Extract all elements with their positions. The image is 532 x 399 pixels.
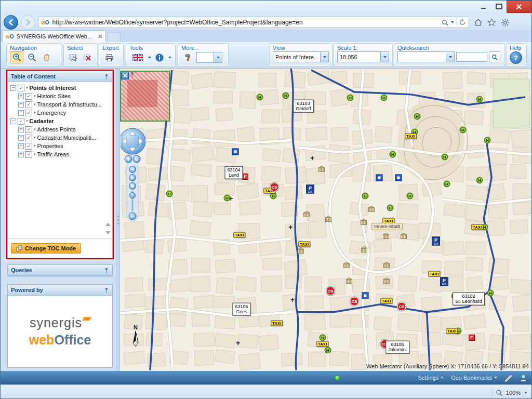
layer-checkbox[interactable]: ✓ [25, 101, 32, 108]
map-marker-museum[interactable] [318, 166, 325, 172]
expand-icon[interactable]: + [18, 152, 24, 157]
map-marker-cs[interactable]: CS [397, 302, 406, 311]
powered-by-header[interactable]: Powered by [8, 285, 112, 296]
expand-icon[interactable]: + [18, 127, 24, 132]
close-button[interactable] [507, 1, 531, 13]
map-marker-museum[interactable] [325, 216, 332, 222]
map-marker-museum[interactable] [383, 262, 390, 268]
search-icon[interactable] [442, 19, 448, 26]
map-marker-museum[interactable] [383, 277, 390, 284]
map-marker-taxi[interactable]: TAXI [316, 341, 328, 347]
map-marker-h[interactable]: H [387, 205, 394, 211]
chevron-down-icon[interactable] [148, 57, 151, 59]
map-marker-h[interactable]: H [283, 92, 289, 99]
layer-menu-icon[interactable]: ▾ [34, 94, 36, 98]
collapse-icon[interactable]: − [10, 85, 16, 91]
layer-menu-icon[interactable]: ▾ [34, 144, 36, 148]
expand-icon[interactable]: + [18, 143, 24, 149]
layer-menu-icon[interactable]: ▾ [34, 136, 36, 140]
change-toc-mode-button[interactable]: Change TOC Mode [11, 243, 81, 254]
overview-extent[interactable] [127, 80, 157, 107]
map-marker-h[interactable]: H [257, 94, 263, 101]
map-marker-museum[interactable] [368, 206, 375, 212]
map-marker-taxi[interactable]: TAXI [446, 328, 458, 334]
pin-icon[interactable] [104, 268, 109, 273]
page-zoom-value[interactable]: 100% [506, 390, 521, 396]
scale-combo[interactable]: 18,056 [337, 51, 389, 62]
map-marker-blue[interactable] [395, 175, 402, 181]
map-marker-taxi[interactable]: TAXI [298, 242, 310, 247]
chevron-down-icon[interactable] [524, 392, 527, 394]
map-marker-museum[interactable] [343, 262, 350, 268]
layer-menu-icon[interactable]: ▾ [26, 119, 28, 123]
map-marker-museum[interactable] [298, 247, 304, 254]
toc-tree-item[interactable]: +✓▾Traffic Areas [8, 150, 112, 158]
toc-tree-item[interactable]: −✓▾Cadaster [8, 117, 112, 125]
settings-menu[interactable]: Settings [418, 375, 444, 381]
page-zoom-icon[interactable] [496, 389, 503, 396]
select-by-rectangle-button[interactable] [67, 51, 80, 63]
new-tab-stub[interactable] [107, 32, 121, 42]
layer-menu-icon[interactable]: ▾ [34, 111, 36, 115]
map-marker-h[interactable]: H [414, 113, 421, 120]
map-marker-taxi[interactable]: TAXI [471, 224, 483, 230]
combo-arrow-button[interactable] [446, 52, 454, 62]
layer-checkbox[interactable]: ✓ [25, 143, 32, 150]
map-marker-h[interactable]: H [476, 96, 483, 103]
map-marker-cross[interactable]: + [236, 339, 240, 347]
quicksearch-combo[interactable] [397, 51, 455, 62]
toc-tree-item[interactable]: +✓▾Properties [8, 142, 112, 150]
pin-icon[interactable] [104, 74, 109, 79]
map-marker-h[interactable]: H [444, 181, 450, 188]
map-marker-cs[interactable]: CS [270, 183, 279, 192]
map-marker-taxi[interactable]: TAXI [428, 271, 440, 277]
layer-menu-icon[interactable]: ▾ [34, 152, 36, 156]
map-marker-p[interactable]: PE/A [306, 185, 314, 194]
expand-icon[interactable]: + [18, 94, 24, 99]
scroll-down-icon[interactable] [105, 231, 111, 234]
tab-close-icon[interactable] [98, 34, 102, 38]
settings-gear-icon[interactable] [501, 18, 510, 27]
layer-menu-icon[interactable]: ▾ [26, 86, 28, 90]
combo-arrow-button[interactable] [320, 52, 328, 62]
layer-checkbox[interactable]: ✓ [25, 110, 32, 116]
map-marker-cs[interactable]: CS [350, 297, 359, 306]
map-marker-h[interactable]: H [166, 191, 173, 197]
map-marker-h[interactable]: H [381, 95, 388, 101]
back-button[interactable] [4, 15, 18, 30]
layer-checkbox[interactable]: ✓ [25, 135, 32, 141]
maximize-button[interactable] [491, 1, 507, 12]
map-marker-h[interactable]: H [320, 335, 326, 341]
map-marker-p[interactable]: PE/A [440, 277, 448, 286]
chevron-down-icon[interactable] [168, 57, 171, 59]
minimize-button[interactable] [475, 1, 491, 12]
map-marker-p[interactable]: PE/A [432, 237, 440, 246]
expand-icon[interactable]: + [18, 102, 24, 108]
layer-menu-icon[interactable]: ▾ [34, 127, 36, 131]
map-marker-h[interactable]: H [460, 127, 467, 134]
tools-hammer-button[interactable] [181, 51, 195, 63]
map-viewport[interactable]: +++++HHHHHHHHHHHHHHHHHHHHHHHHHPE/APE/APE… [120, 69, 531, 371]
sidebar-splitter[interactable] [116, 69, 120, 371]
zoom-slider-handle[interactable] [130, 193, 136, 198]
layer-checkbox[interactable]: ✓ [18, 85, 24, 91]
map-marker-h[interactable]: H [325, 347, 331, 354]
geo-bookmarks-menu[interactable]: Geo Bookmarks [451, 375, 497, 381]
layer-checkbox[interactable]: ✓ [25, 126, 32, 133]
map-marker-taxi[interactable]: TAXI [380, 298, 392, 304]
map-marker-museum[interactable] [401, 233, 407, 239]
queries-panel-header[interactable]: Queries [8, 265, 112, 276]
user-icon[interactable] [520, 374, 527, 382]
map-marker-h[interactable]: H [362, 193, 369, 200]
tab-weboffice[interactable]: wO SYNERGIS WebOffice Web... [2, 30, 106, 42]
collapse-icon[interactable]: − [10, 118, 16, 124]
map-marker-h[interactable]: H [487, 290, 494, 297]
map-marker-h[interactable]: H [442, 154, 448, 161]
print-button[interactable] [102, 51, 116, 63]
map-pan-zoom-widget[interactable] [121, 127, 145, 225]
clear-selection-button[interactable] [82, 51, 95, 63]
help-button[interactable]: ? [510, 51, 522, 64]
map-marker-h[interactable]: H [224, 195, 231, 202]
map-marker-taxi[interactable]: TAXI [271, 321, 283, 326]
map-marker-h[interactable]: H [390, 151, 396, 158]
